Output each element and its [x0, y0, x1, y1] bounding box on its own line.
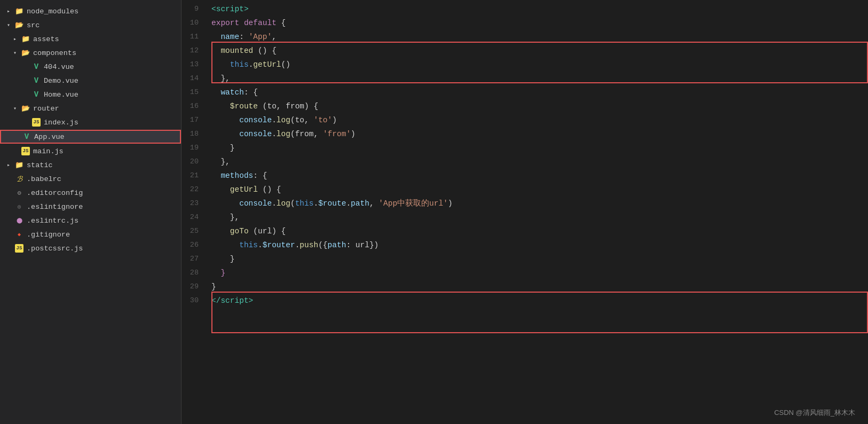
sidebar-item-label: Home.vue [44, 91, 78, 99]
line-content: watch: { [207, 85, 868, 99]
code-line-30: 30 </script> [182, 294, 868, 308]
sidebar-item-src[interactable]: 📂 src [0, 18, 181, 32]
sidebar-item-postcssrcjs[interactable]: JS .postcssrc.js [0, 241, 181, 255]
vue-icon: V [32, 62, 41, 71]
sidebar-item-node-modules[interactable]: 📁 node_modules [0, 4, 181, 18]
code-line-19: 19 } [182, 141, 868, 155]
line-content: $route (to, from) { [207, 99, 868, 113]
code-line-29: 29 } [182, 280, 868, 294]
line-number: 26 [182, 238, 207, 252]
folder-icon: 📁 [15, 7, 23, 15]
code-line-16: 16 $route (to, from) { [182, 99, 868, 113]
line-number: 12 [182, 44, 207, 58]
sidebar-item-editorconfig[interactable]: ⚙ .editorconfig [0, 186, 181, 200]
folder-icon: 📁 [15, 161, 23, 169]
sidebar-item-components[interactable]: 📂 components [0, 46, 181, 60]
code-line-9: 9 <script> [182, 2, 868, 16]
sidebar-item-router[interactable]: 📂 router [0, 101, 181, 115]
code-line-25: 25 goTo (url) { [182, 224, 868, 238]
code-line-15: 15 watch: { [182, 85, 868, 99]
code-line-28: 28 } [182, 266, 868, 280]
sidebar-item-eslintignore[interactable]: ◎ .eslintignore [0, 200, 181, 214]
code-line-20: 20 }, [182, 155, 868, 169]
circle-icon: ◎ [15, 202, 23, 211]
code-line-26: 26 this.$router.push({path: url}) [182, 238, 868, 252]
line-number: 10 [182, 16, 207, 30]
line-number: 25 [182, 224, 207, 238]
sidebar-item-static[interactable]: 📁 static [0, 158, 181, 172]
sidebar-item-homevue[interactable]: V Home.vue [0, 88, 181, 101]
sidebar-item-label: components [33, 49, 76, 57]
line-number: 27 [182, 252, 207, 266]
sidebar-item-babelrc[interactable]: ℬ .babelrc [0, 172, 181, 186]
line-number: 16 [182, 99, 207, 113]
line-content: this.$router.push({path: url}) [207, 238, 868, 252]
line-content: }, [207, 155, 868, 169]
line-content: name: 'App', [207, 30, 868, 44]
sidebar-item-appvue[interactable]: V App.vue [0, 130, 181, 144]
line-content: console.log(this.$route.path, 'App中获取的ur… [207, 197, 868, 210]
line-content: <script> [207, 2, 868, 16]
line-number: 14 [182, 72, 207, 85]
arrow-icon [4, 21, 13, 29]
sidebar-item-label: .eslintignore [27, 203, 83, 211]
code-line-10: 10 export default { [182, 16, 868, 30]
arrow-icon [4, 161, 13, 169]
line-number: 11 [182, 30, 207, 44]
circle-icon2: ⬤ [15, 216, 23, 225]
js-icon: JS [15, 244, 23, 253]
line-content: } [207, 252, 868, 266]
line-number: 29 [182, 280, 207, 294]
line-content: getUrl () { [207, 183, 868, 197]
sidebar-item-label: Demo.vue [44, 77, 78, 85]
arrow-icon [4, 7, 13, 15]
sidebar-item-assets[interactable]: 📁 assets [0, 32, 181, 46]
vue-icon: V [32, 76, 41, 85]
code-line-24: 24 }, [182, 210, 868, 224]
line-number: 22 [182, 183, 207, 197]
line-content: } [207, 266, 868, 280]
code-lines: 9 <script> 10 export default { 11 name: … [182, 0, 868, 310]
line-number: 21 [182, 169, 207, 183]
code-editor: 9 <script> 10 export default { 11 name: … [182, 0, 868, 424]
sidebar-item-label: src [27, 21, 40, 29]
code-line-17: 17 console.log(to, 'to') [182, 113, 868, 127]
line-number: 13 [182, 58, 207, 72]
arrow-icon [11, 49, 19, 57]
sidebar-item-label: static [27, 161, 53, 169]
folder-icon: 📂 [21, 49, 30, 57]
sidebar-item-label: main.js [33, 147, 64, 155]
sidebar-item-gitignore[interactable]: ◆ .gitignore [0, 227, 181, 241]
line-number: 15 [182, 85, 207, 99]
line-content: } [207, 141, 868, 155]
sidebar-item-indexjs[interactable]: JS index.js [0, 115, 181, 129]
sidebar-item-label: .eslintrc.js [27, 217, 78, 225]
line-content: methods: { [207, 169, 868, 183]
line-number: 9 [182, 2, 207, 16]
line-number: 19 [182, 141, 207, 155]
vue-icon: V [22, 132, 31, 141]
sidebar-item-demovue[interactable]: V Demo.vue [0, 74, 181, 88]
line-number: 24 [182, 210, 207, 224]
js-icon: JS [21, 147, 30, 155]
line-content: console.log(from, 'from') [207, 127, 868, 141]
line-number: 17 [182, 113, 207, 127]
code-line-27: 27 } [182, 252, 868, 266]
sidebar-item-404vue[interactable]: V 404.vue [0, 60, 181, 74]
vue-icon: V [32, 90, 41, 99]
line-content: }, [207, 72, 868, 85]
sidebar-item-label: assets [33, 35, 59, 43]
line-number: 18 [182, 127, 207, 141]
code-line-13: 13 this.getUrl() [182, 58, 868, 72]
file-explorer: 📁 node_modules 📂 src 📁 assets 📂 componen… [0, 0, 182, 424]
sidebar-item-mainjs[interactable]: JS main.js [0, 144, 181, 158]
sidebar-item-eslintrcjs[interactable]: ⬤ .eslintrc.js [0, 214, 181, 227]
babel-icon: ℬ [15, 175, 23, 183]
sidebar-item-label: node_modules [27, 7, 78, 15]
line-number: 30 [182, 294, 207, 308]
arrow-icon [11, 104, 19, 113]
line-number: 20 [182, 155, 207, 169]
sidebar-item-label: App.vue [34, 133, 65, 141]
sidebar-item-label: 404.vue [44, 63, 74, 71]
code-line-23: 23 console.log(this.$route.path, 'App中获取… [182, 197, 868, 210]
